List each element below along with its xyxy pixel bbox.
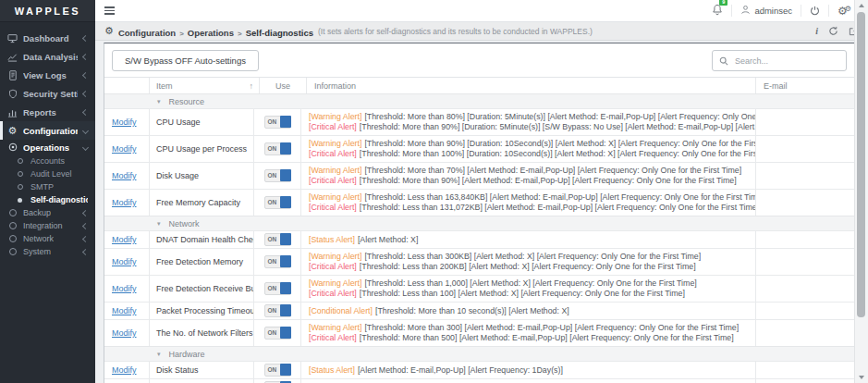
notifications-button[interactable]: 9 xyxy=(712,3,723,19)
sidebar-item-configuration[interactable]: ⚙Configuration xyxy=(0,121,95,140)
sort-ascending-icon[interactable]: ↑ xyxy=(250,81,254,91)
header-item[interactable]: Item ↑ xyxy=(150,78,260,93)
scrollbar-thumb[interactable] xyxy=(857,12,865,317)
alert-tag: [Warning Alert] xyxy=(309,252,361,261)
email-cell xyxy=(756,303,854,319)
use-toggle[interactable]: ON xyxy=(264,196,291,209)
refresh-icon[interactable] xyxy=(828,23,838,40)
chevron-left-icon xyxy=(82,71,89,78)
sidebar-item-audit-level[interactable]: Audit Level xyxy=(0,167,95,180)
breadcrumb-separator: > xyxy=(179,30,184,38)
email-cell xyxy=(756,379,854,383)
item-label: Packet Processing Timeout xyxy=(156,306,254,315)
sidebar-item-label: SMTP xyxy=(31,182,54,192)
info-icon[interactable]: i xyxy=(815,26,818,36)
group-row-network[interactable]: ▾Network xyxy=(104,216,854,230)
sidebar-item-dashboard[interactable]: Dashboard xyxy=(0,29,95,47)
information-lines: [Warning Alert][Threshold: Less than 300… xyxy=(309,249,701,275)
modify-link[interactable]: Modify xyxy=(112,235,137,244)
sidebar-item-smtp[interactable]: SMTP xyxy=(0,180,95,193)
use-toggle[interactable]: ON xyxy=(264,364,291,377)
sidebar-item-accounts[interactable]: Accounts xyxy=(0,154,95,167)
use-cell: ON xyxy=(254,320,301,346)
search-input[interactable] xyxy=(733,56,839,67)
use-toggle[interactable]: ON xyxy=(264,233,291,246)
sidebar-item-view-logs[interactable]: View Logs xyxy=(0,66,95,84)
information-line: [Warning Alert][Threshold: More than 70%… xyxy=(309,166,741,176)
sidebar-item-data-analysis[interactable]: Data Analysis xyxy=(0,47,95,66)
use-toggle[interactable]: ON xyxy=(264,142,291,155)
modify-cell: Modify xyxy=(104,276,150,302)
alert-tag: [Status Alert] xyxy=(309,365,355,375)
sidebar-item-label: Data Analysis xyxy=(23,52,78,62)
sidebar-item-self-diagnostics[interactable]: Self-diagnostics xyxy=(0,193,95,206)
email-cell xyxy=(756,320,854,346)
sidebar-item-label: Network xyxy=(23,234,54,243)
power-icon xyxy=(810,3,820,19)
use-toggle[interactable]: ON xyxy=(264,327,291,340)
scroll-down-arrow[interactable] xyxy=(859,376,864,379)
toggle-on-label: ON xyxy=(268,329,277,336)
toggle-knob xyxy=(280,327,291,339)
breadcrumb-gear-icon: ⚙ xyxy=(104,26,114,36)
information-line: [Warning Alert][Threshold: Less than 1,0… xyxy=(309,278,697,289)
modify-link[interactable]: Modify xyxy=(112,306,137,315)
modify-link[interactable]: Modify xyxy=(112,328,137,338)
modify-link[interactable]: Modify xyxy=(112,284,137,293)
sidebar-item-reports[interactable]: Reports xyxy=(0,103,95,121)
modify-link[interactable]: Modify xyxy=(112,117,137,127)
search-box[interactable] xyxy=(712,50,847,71)
information-cell: [Conditional Alert][Threshold: More than… xyxy=(301,303,756,319)
sw-bypass-off-auto-settings-button[interactable]: S/W Bypass OFF Auto-settings xyxy=(112,50,259,71)
hamburger-menu-icon[interactable] xyxy=(104,5,115,17)
table-row-disk-status: ModifyDisk StatusON[Status Alert][Alert … xyxy=(104,361,854,378)
sidebar-item-system[interactable]: System xyxy=(0,245,95,258)
group-row-hardware[interactable]: ▾Hardware xyxy=(104,346,854,361)
sidebar-item-integration[interactable]: Integration xyxy=(0,219,95,232)
table-row-cpu-usage-per-process: ModifyCPU Usage per ProcessON[Warning Al… xyxy=(104,135,854,162)
item-cell: CPU Usage xyxy=(150,109,254,135)
email-cell xyxy=(756,109,854,135)
breadcrumb-segment-configuration[interactable]: Configuration xyxy=(118,28,176,38)
page-description: (It sets alerts for self-diagnostics and… xyxy=(318,27,593,36)
table-row-free-detection-receive-bu: ModifyFree Detection Receive Bu…ON[Warni… xyxy=(104,275,854,302)
information-cell: [Warning Alert][Threshold: Less than 1,0… xyxy=(301,276,756,302)
modify-link[interactable]: Modify xyxy=(112,144,137,154)
information-cell: [Warning Alert][Threshold: Less than 300… xyxy=(301,249,756,275)
use-toggle[interactable]: ON xyxy=(264,255,291,268)
vertical-scrollbar[interactable] xyxy=(854,0,868,383)
information-cell: [Status Alert][Alert Method: X] xyxy=(301,231,756,248)
group-label: Hardware xyxy=(169,350,205,359)
modify-link[interactable]: Modify xyxy=(112,257,137,266)
user-name: adminsec xyxy=(754,6,792,16)
sidebar-item-operations[interactable]: Operations xyxy=(0,140,95,154)
use-toggle[interactable]: ON xyxy=(264,304,291,317)
modify-link[interactable]: Modify xyxy=(112,171,137,180)
sidebar-item-backup[interactable]: Backup xyxy=(0,206,95,219)
modify-cell: Modify xyxy=(104,249,150,275)
file-icon xyxy=(7,70,18,80)
breadcrumb-segment-operations[interactable]: Operations xyxy=(188,28,234,38)
alert-detail: [Threshold: Less than 200KB] [Alert Meth… xyxy=(360,262,696,271)
toggle-knob xyxy=(280,282,291,294)
settings-button[interactable]: ⚙⚙ xyxy=(837,6,851,17)
group-row-resource[interactable]: ▾Resource xyxy=(104,93,854,108)
use-toggle[interactable]: ON xyxy=(264,169,291,182)
logout-button[interactable] xyxy=(810,3,820,19)
modify-link[interactable]: Modify xyxy=(112,365,137,375)
use-toggle[interactable]: ON xyxy=(264,116,291,129)
email-cell xyxy=(756,362,854,378)
modify-link[interactable]: Modify xyxy=(112,198,137,207)
user-menu[interactable]: adminsec xyxy=(740,5,792,17)
sidebar-item-label: Audit Level xyxy=(31,169,72,179)
use-toggle[interactable]: ON xyxy=(264,282,291,295)
sidebar-item-network[interactable]: Network xyxy=(0,232,95,245)
information-lines: [Warning Alert][Threshold: More than 90%… xyxy=(309,136,756,162)
scroll-up-arrow[interactable] xyxy=(859,4,864,7)
sidebar-item-label: Integration xyxy=(23,221,63,230)
breadcrumb-segment-self-diagnostics[interactable]: Self-diagnostics xyxy=(246,28,313,38)
chevron-left-icon xyxy=(82,34,89,41)
use-cell: ON xyxy=(254,109,301,135)
alert-detail: [Threshold: Less than 163,840KB] [Alert … xyxy=(364,192,756,202)
sidebar-item-security-settings[interactable]: Security Settings xyxy=(0,84,95,103)
